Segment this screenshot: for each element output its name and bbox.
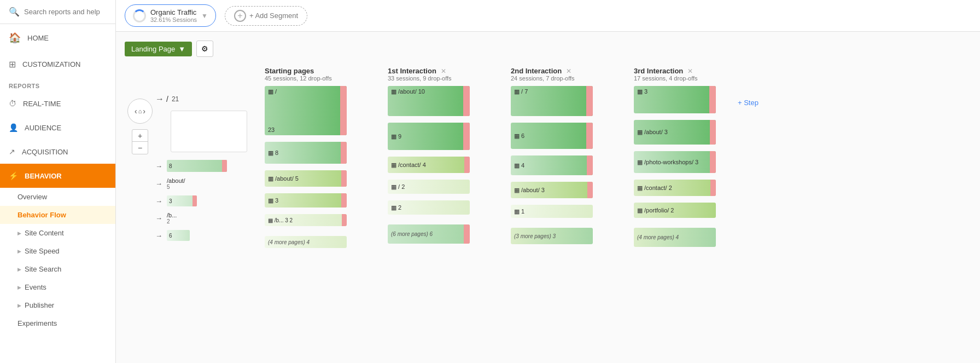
start-bar-6-count: 6 <box>169 233 172 239</box>
segment-info: Organic Traffic 32.61% Sessions <box>150 8 197 23</box>
i2-red-4 <box>587 182 593 198</box>
sidebar-item-customization[interactable]: ⊞ CUSTOMIZATION <box>0 51 115 77</box>
add-segment-btn[interactable]: + + Add Segment <box>225 6 307 26</box>
i3-text-4: ▦ /contact/ 2 <box>637 185 672 192</box>
plus-circle-icon: + <box>234 10 246 22</box>
flow-columns: ‹ ⌂ › + − → / 21 <box>125 66 971 252</box>
nav-circle-btn[interactable]: ‹ ⌂ › <box>127 99 153 124</box>
sidebar-sub-site-search[interactable]: ▶ Site Search <box>0 260 115 278</box>
sp-node-6: (4 more pages) 4 <box>265 236 358 248</box>
add-segment-label: + Add Segment <box>249 11 298 20</box>
i2-node-2: ▦ 6 <box>511 123 604 149</box>
start-b-label: /b... <box>167 212 177 218</box>
zoom-in-button[interactable]: + <box>132 130 148 142</box>
i2-node-4: ▦ /about/ 3 <box>511 182 604 198</box>
interaction3-column: 3rd Interaction ✕ 17 sessions, 4 drop-of… <box>634 66 727 252</box>
starting-pages-nodes: ▦ / 23 ▦ 8 <box>265 86 358 252</box>
i1-more-label: (6 more pages) 6 <box>391 231 433 237</box>
start-bar-6: 6 <box>167 230 190 241</box>
interaction2-header: 2nd Interaction ✕ 24 sessions, 7 drop-of… <box>511 66 604 82</box>
i2-red-3 <box>587 155 593 175</box>
i3-text-5: ▦ /portfolio/ 2 <box>637 207 674 214</box>
i2-bar-5: ▦ 1 <box>511 205 593 218</box>
sp-node-2: ▦ 8 <box>265 142 358 164</box>
sp-red-5 <box>342 214 347 226</box>
sp-more-label: (4 more pages) 4 <box>268 239 310 245</box>
sidebar-sub-overview[interactable]: Overview <box>0 188 115 206</box>
add-step-btn[interactable]: + Step <box>738 66 759 252</box>
organic-traffic-segment[interactable]: Organic Traffic 32.61% Sessions ▼ <box>125 4 216 27</box>
sidebar-item-home[interactable]: 🏠 HOME <box>0 24 115 51</box>
i1-node-1: ▦ /about/ 10 <box>388 86 481 116</box>
zoom-out-button[interactable]: − <box>132 142 148 154</box>
search-input[interactable] <box>24 8 107 16</box>
root-count: 21 <box>172 95 179 103</box>
i1-node-5: ▦ 2 <box>388 200 481 215</box>
arrow-icon-6: → <box>155 232 162 240</box>
interaction1-close[interactable]: ✕ <box>441 67 446 75</box>
arrow-icon-2: → <box>155 162 162 170</box>
i1-node-3: ▦ /contact/ 4 <box>388 157 481 173</box>
i1-bar-4: ▦ / 2 <box>388 180 470 194</box>
interaction1-nodes: ▦ /about/ 10 ▦ 9 ▦ /co <box>388 86 481 248</box>
sidebar-item-realtime[interactable]: ⏱ REAL-TIME <box>0 91 115 116</box>
root-white-box <box>171 111 247 152</box>
segment-name: Organic Traffic <box>150 8 197 16</box>
customization-icon: ⊞ <box>9 59 16 70</box>
i2-bar-3: ▦ 4 <box>511 155 593 175</box>
i2-count-3: ▦ 4 <box>514 162 524 169</box>
interaction2-column: 2nd Interaction ✕ 24 sessions, 7 drop-of… <box>511 66 604 252</box>
i2-count-5: ▦ 1 <box>514 208 524 215</box>
i2-bar-6: (3 more pages) 3 <box>511 228 593 244</box>
sp-node-5: ▦ /b... 3 2 <box>265 214 358 226</box>
i3-red-4 <box>710 180 716 196</box>
i2-red-1 <box>586 86 593 116</box>
i3-red-1 <box>709 86 716 113</box>
segment-loader <box>133 9 146 22</box>
sp-bar-3: ▦ /about/ 5 <box>265 170 347 187</box>
i1-bar-5: ▦ 2 <box>388 200 470 215</box>
flow-area[interactable]: Landing Page ▼ ⚙ ‹ ⌂ › + <box>116 32 980 363</box>
starting-pages-header: Starting pages 45 sessions, 12 drop-offs <box>265 66 358 82</box>
sidebar-sub-behavior-flow[interactable]: Behavior Flow <box>0 206 115 224</box>
i2-count-2: ▦ 6 <box>514 132 524 140</box>
interaction3-close[interactable]: ✕ <box>687 67 693 75</box>
sp-bar-2: ▦ 8 <box>265 142 347 164</box>
sidebar-sub-site-speed[interactable]: ▶ Site Speed <box>0 242 115 260</box>
i3-bar-3: ▦ /photo-workshops/ 3 <box>634 151 716 173</box>
i2-node-5: ▦ 1 <box>511 205 604 218</box>
starting-node-4: → 3 <box>155 195 259 206</box>
interaction3-nodes: ▦ 3 ▦ /about/ 3 ▦ /pho <box>634 86 727 251</box>
root-slash-label: / <box>166 95 168 103</box>
landing-page-button[interactable]: Landing Page ▼ <box>125 42 192 56</box>
sp-bar-4: ▦ 3 <box>265 193 347 208</box>
sidebar-sub-events[interactable]: ▶ Events <box>0 278 115 296</box>
i3-node-3: ▦ /photo-workshops/ 3 <box>634 151 727 173</box>
sidebar-sub-publisher[interactable]: ▶ Publisher <box>0 296 115 314</box>
i1-text-4: ▦ / 2 <box>391 183 405 191</box>
i2-node-6: (3 more pages) 3 <box>511 228 604 244</box>
i3-node-1: ▦ 3 <box>634 86 727 113</box>
sidebar-sub-site-content[interactable]: ▶ Site Content <box>0 224 115 242</box>
sidebar-item-audience[interactable]: 👤 AUDIENCE <box>0 116 115 140</box>
search-bar[interactable]: 🔍 <box>0 0 115 24</box>
start-bar-4-count: 3 <box>169 198 172 204</box>
sp-text-3: ▦ /about/ 5 <box>268 175 299 182</box>
gear-button[interactable]: ⚙ <box>196 41 213 57</box>
sidebar-item-acquisition[interactable]: ↗ ACQUISITION <box>0 140 115 164</box>
i1-red-2 <box>463 123 470 150</box>
sp-bar-1: ▦ / 23 <box>265 86 347 135</box>
sp-icon-2: ▦ 8 <box>268 149 278 157</box>
interaction3-header: 3rd Interaction ✕ 17 sessions, 4 drop-of… <box>634 66 727 82</box>
sidebar-sub-experiments[interactable]: Experiments <box>0 314 115 332</box>
audience-icon: 👤 <box>9 123 18 132</box>
add-step-label: + Step <box>738 99 759 107</box>
i2-red-2 <box>586 123 593 149</box>
starting-node-6: → 6 <box>155 230 259 241</box>
i3-bar-1: ▦ 3 <box>634 86 716 113</box>
root-node-row: → / 21 <box>155 94 259 104</box>
sidebar-item-behavior[interactable]: ⚡ BEHAVIOR <box>0 164 115 188</box>
sp-node-3: ▦ /about/ 5 <box>265 170 358 187</box>
segment-bar: Organic Traffic 32.61% Sessions ▼ + + Ad… <box>116 0 980 32</box>
interaction2-close[interactable]: ✕ <box>566 67 571 75</box>
